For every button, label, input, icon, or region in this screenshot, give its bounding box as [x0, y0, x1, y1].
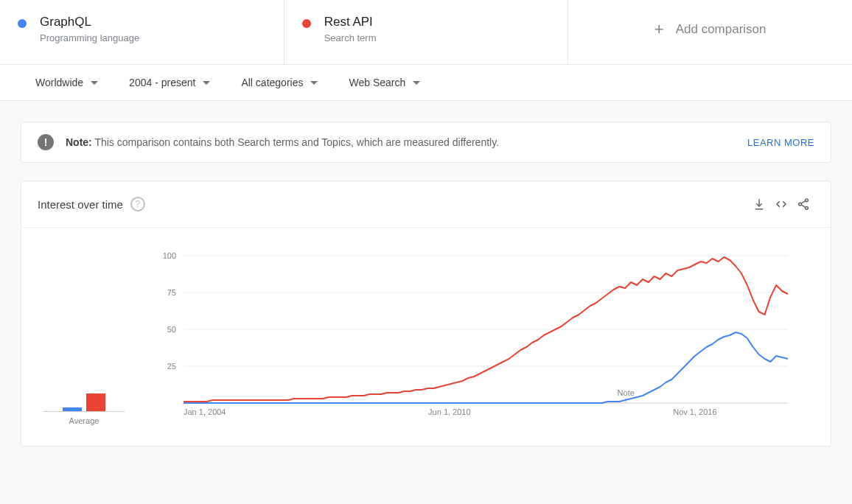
- filter-category[interactable]: All categories: [241, 77, 318, 88]
- svg-text:Nov 1, 2016: Nov 1, 2016: [673, 407, 716, 416]
- svg-point-0: [806, 199, 809, 202]
- average-block: Average: [43, 365, 125, 425]
- svg-text:Note: Note: [618, 388, 635, 397]
- filters-row: Worldwide 2004 - present All categories …: [0, 65, 852, 101]
- chart-card: Interest over time ? Average 255075100Ja…: [21, 181, 831, 447]
- chart-body: Average 255075100Jan 1, 2004Jun 1, 2010N…: [21, 228, 831, 446]
- term-color-dot: [18, 19, 27, 28]
- filter-label: All categories: [241, 77, 303, 88]
- term-name: Rest API: [324, 15, 377, 29]
- avg-bar: [63, 407, 82, 411]
- average-label: Average: [43, 416, 125, 425]
- line-chart: 255075100Jan 1, 2004Jun 1, 2010Nov 1, 20…: [147, 248, 795, 425]
- note-card: ! Note: This comparison contains both Se…: [21, 122, 831, 163]
- filter-region[interactable]: Worldwide: [35, 77, 98, 88]
- avg-bar: [86, 393, 105, 411]
- chevron-down-icon: [413, 81, 420, 85]
- add-comparison-label: Add comparison: [676, 22, 767, 37]
- download-icon[interactable]: [748, 193, 770, 215]
- filter-time[interactable]: 2004 - present: [129, 77, 210, 88]
- term-subtype: Programming language: [40, 32, 139, 43]
- filter-label: 2004 - present: [129, 77, 195, 88]
- term-subtype: Search term: [324, 32, 377, 43]
- svg-text:50: 50: [167, 325, 176, 334]
- chevron-down-icon: [310, 81, 318, 85]
- help-icon[interactable]: ?: [130, 197, 145, 211]
- chart-title: Interest over time: [38, 198, 123, 211]
- add-comparison-button[interactable]: + Add comparison: [568, 0, 852, 64]
- svg-point-2: [806, 206, 809, 209]
- svg-text:100: 100: [163, 251, 176, 260]
- svg-text:Jun 1, 2010: Jun 1, 2010: [428, 407, 471, 416]
- term-color-dot: [302, 19, 311, 28]
- filter-label: Worldwide: [35, 77, 83, 88]
- term-name: GraphQL: [40, 15, 139, 29]
- note-prefix: Note:: [66, 136, 92, 148]
- note-body: This comparison contains both Search ter…: [94, 136, 499, 148]
- svg-text:25: 25: [167, 362, 176, 371]
- chart-header: Interest over time ?: [21, 181, 831, 228]
- compare-term-restapi[interactable]: Rest API Search term: [284, 0, 569, 64]
- series-graphql: [184, 332, 788, 403]
- plus-icon: +: [654, 21, 664, 38]
- chevron-down-icon: [203, 81, 210, 85]
- learn-more-link[interactable]: LEARN MORE: [747, 137, 814, 148]
- svg-point-1: [799, 203, 802, 206]
- compare-row: GraphQL Programming language Rest API Se…: [0, 0, 852, 65]
- filter-label: Web Search: [349, 77, 405, 88]
- filter-searchtype[interactable]: Web Search: [349, 77, 420, 88]
- share-icon[interactable]: [792, 193, 814, 215]
- embed-icon[interactable]: [770, 193, 792, 215]
- compare-term-graphql[interactable]: GraphQL Programming language: [0, 0, 284, 64]
- note-text: Note: This comparison contains both Sear…: [66, 136, 736, 148]
- info-icon: !: [38, 134, 54, 150]
- chevron-down-icon: [91, 81, 98, 85]
- svg-text:Jan 1, 2004: Jan 1, 2004: [184, 407, 226, 416]
- svg-text:75: 75: [167, 288, 176, 297]
